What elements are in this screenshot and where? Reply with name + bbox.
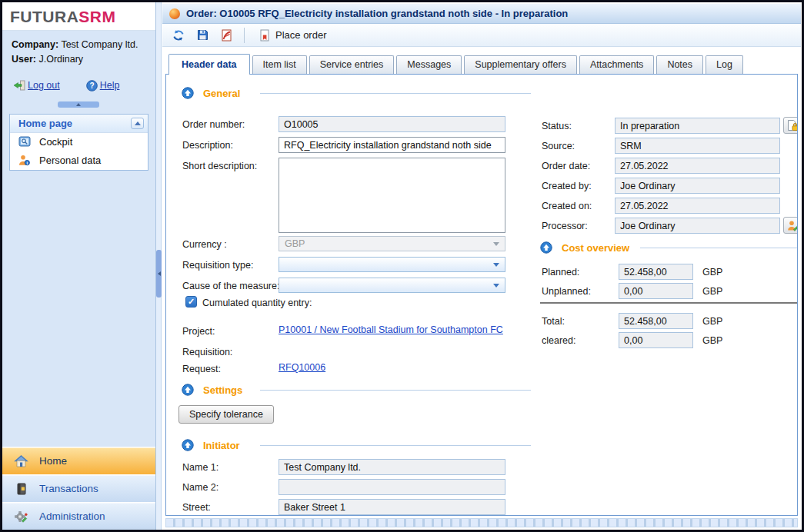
processor-label: Processor: — [542, 221, 588, 231]
splitter-collapse-handle[interactable] — [58, 101, 99, 108]
cockpit-icon — [18, 136, 31, 147]
cost-overview-section-header: Cost overview — [540, 241, 629, 254]
cumulated-quantity-label: Cumulated quantity entry: — [202, 298, 312, 308]
requisition-type-dropdown[interactable] — [279, 257, 505, 272]
tab-header-data[interactable]: Header data — [168, 54, 250, 75]
header-data-panel: General Order number: Description: Short… — [165, 74, 798, 516]
description-field[interactable] — [279, 137, 505, 153]
status-lock-button[interactable] — [783, 117, 798, 134]
processor-field[interactable] — [615, 218, 780, 234]
refresh-button[interactable] — [168, 27, 188, 44]
total-field[interactable] — [619, 313, 693, 329]
nav-item-home[interactable]: Home — [2, 447, 155, 474]
settings-section-header: Settings — [182, 384, 242, 396]
tab-bar: Header data Item list Service entries Me… — [162, 47, 802, 74]
help-label: Help — [100, 80, 120, 91]
order-number-label: Order number: — [182, 119, 245, 130]
toolbar: Place order — [162, 24, 801, 47]
cumulated-quantity-checkbox[interactable]: ✓ — [185, 296, 197, 308]
company-row: Company: Test Company ltd. — [12, 38, 146, 52]
sidebar-vertical-splitter[interactable] — [156, 2, 162, 530]
nav-item-transactions[interactable]: Transactions — [2, 474, 155, 502]
section-up-icon[interactable] — [182, 439, 194, 451]
horizontal-scrollbar[interactable] — [165, 518, 798, 527]
tab-service-entries[interactable]: Service entries — [309, 55, 395, 74]
chevron-down-icon — [493, 284, 499, 288]
created-by-label: Created by: — [542, 181, 592, 191]
cost-total-divider — [540, 302, 798, 304]
request-link[interactable]: RFQ10006 — [279, 362, 325, 373]
refresh-icon — [172, 29, 185, 42]
order-number-field[interactable] — [279, 116, 505, 132]
personal-data-icon: i — [18, 155, 31, 166]
street-label: Street: — [182, 502, 211, 513]
total-label: Total: — [542, 316, 565, 327]
created-on-field[interactable] — [615, 198, 780, 214]
processor-edit-button[interactable] — [783, 217, 798, 234]
cleared-label: cleared: — [542, 335, 575, 346]
save-button[interactable] — [192, 27, 212, 44]
home-page-menu: Home page Cockpit i Personal data — [9, 114, 148, 171]
name1-field[interactable] — [279, 459, 505, 475]
status-field[interactable] — [615, 118, 780, 134]
sidebar-horizontal-splitter[interactable] — [2, 99, 155, 109]
source-field[interactable] — [615, 138, 780, 154]
cleared-field[interactable] — [619, 332, 693, 348]
specify-tolerance-button[interactable]: Specify tolerance — [178, 405, 274, 424]
currency-value: GBP — [285, 238, 305, 249]
planned-field[interactable] — [619, 264, 693, 280]
created-by-field[interactable] — [615, 178, 780, 194]
unplanned-field[interactable] — [619, 283, 693, 299]
order-status-icon — [169, 8, 180, 19]
nav-item-label: Administration — [39, 510, 105, 522]
nav-item-label: Transactions — [39, 483, 98, 494]
tab-messages[interactable]: Messages — [396, 55, 462, 74]
logo-primary: FUTURA — [10, 8, 78, 25]
section-divider — [640, 248, 798, 248]
company-label: Company: — [12, 39, 58, 50]
status-label: Status: — [542, 121, 572, 131]
menu-collapse-button[interactable] — [131, 118, 144, 129]
user-label: User: — [12, 54, 36, 65]
short-description-field[interactable] — [279, 158, 505, 233]
tab-item-list[interactable]: Item list — [252, 55, 307, 74]
name2-field[interactable] — [279, 479, 505, 495]
menu-item-personal-data[interactable]: i Personal data — [10, 151, 148, 170]
section-divider — [260, 93, 531, 94]
tab-attachments[interactable]: Attachments — [579, 55, 654, 74]
section-title: Settings — [203, 384, 242, 396]
session-links: Log out ? Help — [2, 71, 155, 99]
section-divider — [260, 390, 531, 391]
pdf-export-icon — [221, 29, 232, 42]
place-order-button[interactable]: Place order — [252, 28, 333, 43]
cause-of-measure-dropdown[interactable] — [279, 278, 505, 293]
currency-label: Currency : — [182, 239, 227, 250]
toolbar-separator — [244, 28, 245, 43]
nav-item-administration[interactable]: Administration — [2, 502, 155, 530]
tab-supplementary-offers[interactable]: Supplementary offers — [464, 55, 577, 74]
tab-log[interactable]: Log — [706, 55, 743, 74]
section-up-icon[interactable] — [182, 384, 194, 396]
cleared-currency: GBP — [702, 335, 722, 346]
place-order-icon — [259, 29, 270, 42]
planned-currency: GBP — [702, 267, 722, 278]
splitter-collapse-handle[interactable] — [156, 250, 162, 298]
general-section-header: General — [182, 87, 240, 99]
project-link[interactable]: P10001 / New Football Stadium for Southa… — [279, 324, 503, 335]
logout-link[interactable]: Log out — [13, 80, 60, 91]
menu-item-cockpit[interactable]: Cockpit — [10, 133, 148, 151]
section-up-icon[interactable] — [540, 241, 552, 254]
order-date-field[interactable] — [615, 158, 780, 174]
total-currency: GBP — [702, 316, 722, 327]
street-field[interactable] — [279, 499, 505, 515]
help-link[interactable]: ? Help — [86, 80, 120, 91]
pdf-export-button[interactable] — [216, 27, 236, 44]
section-up-icon[interactable] — [182, 87, 194, 99]
transactions-icon — [12, 483, 29, 495]
unplanned-label: Unplanned: — [542, 286, 591, 297]
tab-notes[interactable]: Notes — [656, 55, 703, 74]
administration-icon — [12, 510, 29, 523]
user-value: J.Ordinary — [38, 54, 83, 65]
order-date-label: Order date: — [542, 161, 590, 171]
chevron-down-icon — [493, 242, 499, 246]
